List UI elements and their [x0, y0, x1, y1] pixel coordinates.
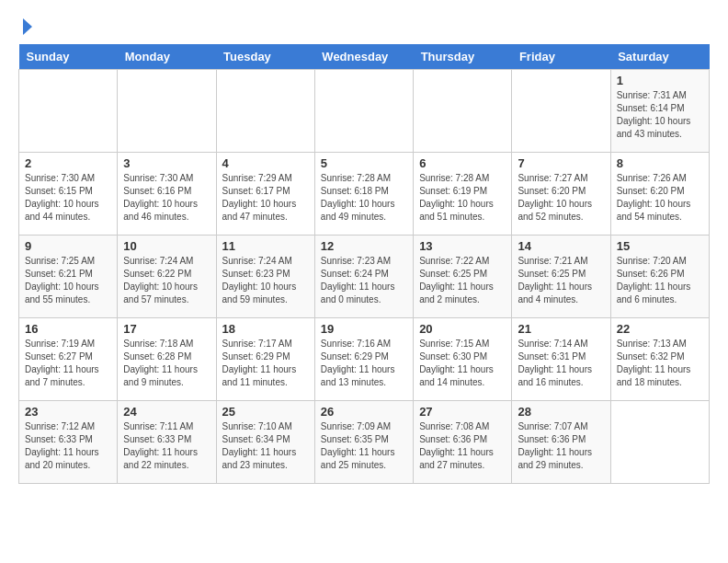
page-header	[18, 18, 710, 35]
day-info: Sunrise: 7:15 AM Sunset: 6:30 PM Dayligh…	[419, 338, 506, 389]
day-number: 1	[617, 74, 703, 87]
calendar-cell: 19Sunrise: 7:16 AM Sunset: 6:29 PM Dayli…	[314, 318, 413, 401]
weekday-header: Thursday	[414, 44, 512, 70]
day-number: 24	[123, 405, 210, 419]
day-number: 14	[518, 239, 604, 253]
calendar-cell: 28Sunrise: 7:07 AM Sunset: 6:36 PM Dayli…	[512, 401, 610, 484]
calendar-cell: 12Sunrise: 7:23 AM Sunset: 6:24 PM Dayli…	[314, 236, 413, 318]
day-info: Sunrise: 7:21 AM Sunset: 6:25 PM Dayligh…	[518, 255, 604, 306]
day-number: 7	[518, 156, 604, 170]
day-number: 19	[321, 322, 407, 336]
day-number: 20	[419, 322, 506, 336]
day-info: Sunrise: 7:08 AM Sunset: 6:36 PM Dayligh…	[419, 420, 506, 472]
day-info: Sunrise: 7:31 AM Sunset: 6:14 PM Dayligh…	[617, 89, 703, 141]
calendar-cell: 25Sunrise: 7:10 AM Sunset: 6:34 PM Dayli…	[216, 401, 314, 484]
day-info: Sunrise: 7:20 AM Sunset: 6:26 PM Dayligh…	[617, 255, 703, 306]
calendar-cell: 20Sunrise: 7:15 AM Sunset: 6:30 PM Dayli…	[414, 318, 512, 401]
calendar-cell: 17Sunrise: 7:18 AM Sunset: 6:28 PM Dayli…	[118, 318, 216, 401]
calendar-cell: 24Sunrise: 7:11 AM Sunset: 6:33 PM Dayli…	[118, 401, 216, 484]
calendar-cell	[314, 70, 413, 153]
calendar-cell: 21Sunrise: 7:14 AM Sunset: 6:31 PM Dayli…	[512, 318, 610, 401]
day-info: Sunrise: 7:30 AM Sunset: 6:16 PM Dayligh…	[123, 172, 210, 224]
day-number: 10	[123, 239, 210, 253]
day-info: Sunrise: 7:13 AM Sunset: 6:32 PM Dayligh…	[617, 338, 703, 389]
calendar-cell: 10Sunrise: 7:24 AM Sunset: 6:22 PM Dayli…	[118, 236, 216, 318]
day-number: 28	[518, 405, 604, 419]
day-info: Sunrise: 7:24 AM Sunset: 6:23 PM Dayligh…	[222, 255, 309, 306]
day-info: Sunrise: 7:25 AM Sunset: 6:21 PM Dayligh…	[25, 255, 111, 306]
calendar-cell	[610, 401, 709, 484]
day-info: Sunrise: 7:14 AM Sunset: 6:31 PM Dayligh…	[518, 338, 604, 389]
logo	[18, 18, 37, 35]
calendar-cell: 14Sunrise: 7:21 AM Sunset: 6:25 PM Dayli…	[512, 236, 610, 318]
calendar-cell: 7Sunrise: 7:27 AM Sunset: 6:20 PM Daylig…	[512, 153, 610, 236]
day-info: Sunrise: 7:09 AM Sunset: 6:35 PM Dayligh…	[321, 420, 407, 472]
day-info: Sunrise: 7:23 AM Sunset: 6:24 PM Dayligh…	[321, 255, 407, 306]
weekday-header: Saturday	[610, 44, 709, 70]
day-number: 27	[419, 405, 506, 419]
calendar-cell	[512, 70, 610, 153]
day-number: 18	[222, 322, 309, 336]
calendar-cell: 11Sunrise: 7:24 AM Sunset: 6:23 PM Dayli…	[216, 236, 314, 318]
calendar-cell: 16Sunrise: 7:19 AM Sunset: 6:27 PM Dayli…	[19, 318, 118, 401]
day-info: Sunrise: 7:29 AM Sunset: 6:17 PM Dayligh…	[222, 172, 309, 224]
day-number: 15	[617, 239, 703, 253]
day-info: Sunrise: 7:27 AM Sunset: 6:20 PM Dayligh…	[518, 172, 604, 224]
day-info: Sunrise: 7:12 AM Sunset: 6:33 PM Dayligh…	[25, 420, 111, 472]
day-number: 3	[123, 156, 210, 170]
day-info: Sunrise: 7:17 AM Sunset: 6:29 PM Dayligh…	[222, 338, 309, 389]
day-number: 25	[222, 405, 309, 419]
weekday-header: Wednesday	[314, 44, 413, 70]
logo-arrow-icon	[19, 18, 36, 35]
day-number: 9	[25, 239, 111, 253]
day-info: Sunrise: 7:24 AM Sunset: 6:22 PM Dayligh…	[123, 255, 210, 306]
day-info: Sunrise: 7:30 AM Sunset: 6:15 PM Dayligh…	[25, 172, 111, 224]
svg-marker-0	[23, 18, 32, 35]
day-number: 17	[123, 322, 210, 336]
day-info: Sunrise: 7:28 AM Sunset: 6:18 PM Dayligh…	[321, 172, 407, 224]
day-info: Sunrise: 7:26 AM Sunset: 6:20 PM Dayligh…	[617, 172, 703, 224]
weekday-header: Monday	[118, 44, 216, 70]
calendar-cell	[118, 70, 216, 153]
calendar-cell	[19, 70, 118, 153]
calendar-cell: 6Sunrise: 7:28 AM Sunset: 6:19 PM Daylig…	[414, 153, 512, 236]
calendar-cell: 3Sunrise: 7:30 AM Sunset: 6:16 PM Daylig…	[118, 153, 216, 236]
calendar-cell: 13Sunrise: 7:22 AM Sunset: 6:25 PM Dayli…	[414, 236, 512, 318]
calendar-cell: 2Sunrise: 7:30 AM Sunset: 6:15 PM Daylig…	[19, 153, 118, 236]
calendar-cell: 5Sunrise: 7:28 AM Sunset: 6:18 PM Daylig…	[314, 153, 413, 236]
day-info: Sunrise: 7:07 AM Sunset: 6:36 PM Dayligh…	[518, 420, 604, 472]
day-number: 12	[321, 239, 407, 253]
day-number: 26	[321, 405, 407, 419]
calendar-cell: 15Sunrise: 7:20 AM Sunset: 6:26 PM Dayli…	[610, 236, 709, 318]
calendar-cell: 18Sunrise: 7:17 AM Sunset: 6:29 PM Dayli…	[216, 318, 314, 401]
day-info: Sunrise: 7:16 AM Sunset: 6:29 PM Dayligh…	[321, 338, 407, 389]
calendar-cell: 26Sunrise: 7:09 AM Sunset: 6:35 PM Dayli…	[314, 401, 413, 484]
calendar-cell: 22Sunrise: 7:13 AM Sunset: 6:32 PM Dayli…	[610, 318, 709, 401]
day-number: 23	[25, 405, 111, 419]
day-number: 5	[321, 156, 407, 170]
calendar-cell: 8Sunrise: 7:26 AM Sunset: 6:20 PM Daylig…	[610, 153, 709, 236]
day-number: 13	[419, 239, 506, 253]
day-info: Sunrise: 7:19 AM Sunset: 6:27 PM Dayligh…	[25, 338, 111, 389]
weekday-header: Sunday	[19, 44, 118, 70]
day-info: Sunrise: 7:28 AM Sunset: 6:19 PM Dayligh…	[419, 172, 506, 224]
day-number: 8	[617, 156, 703, 170]
day-number: 4	[222, 156, 309, 170]
calendar-header: SundayMondayTuesdayWednesdayThursdayFrid…	[19, 44, 710, 70]
day-info: Sunrise: 7:18 AM Sunset: 6:28 PM Dayligh…	[123, 338, 210, 389]
day-number: 2	[25, 156, 111, 170]
calendar-cell: 9Sunrise: 7:25 AM Sunset: 6:21 PM Daylig…	[19, 236, 118, 318]
day-number: 16	[25, 322, 111, 336]
calendar-cell: 27Sunrise: 7:08 AM Sunset: 6:36 PM Dayli…	[414, 401, 512, 484]
day-info: Sunrise: 7:22 AM Sunset: 6:25 PM Dayligh…	[419, 255, 506, 306]
day-number: 11	[222, 239, 309, 253]
day-number: 22	[617, 322, 703, 336]
day-number: 6	[419, 156, 506, 170]
calendar-table: SundayMondayTuesdayWednesdayThursdayFrid…	[18, 44, 710, 484]
weekday-header: Tuesday	[216, 44, 314, 70]
calendar-cell	[414, 70, 512, 153]
calendar-cell: 4Sunrise: 7:29 AM Sunset: 6:17 PM Daylig…	[216, 153, 314, 236]
calendar-cell: 23Sunrise: 7:12 AM Sunset: 6:33 PM Dayli…	[19, 401, 118, 484]
calendar-cell: 1Sunrise: 7:31 AM Sunset: 6:14 PM Daylig…	[610, 70, 709, 153]
day-info: Sunrise: 7:10 AM Sunset: 6:34 PM Dayligh…	[222, 420, 309, 472]
